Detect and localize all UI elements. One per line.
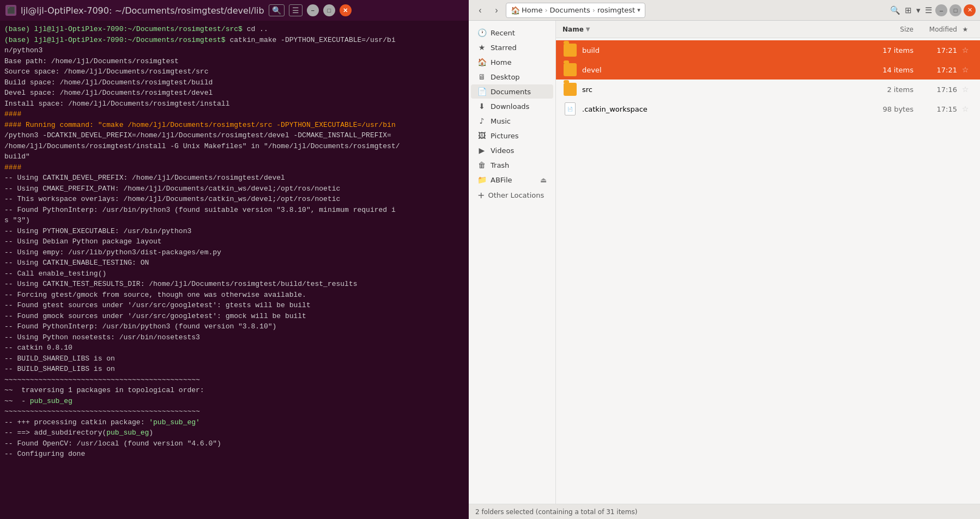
sidebar-item-home[interactable]: 🏠 Home [471,55,553,69]
fm-titlebar: ‹ › 🏠 Home › Documents › rosimgtest ▾ 🔍 … [469,0,980,21]
sidebar-icon-recent: 🕐 [477,28,486,37]
terminal-line: -- Found gmock sources under '/usr/src/g… [4,311,464,322]
terminal-close-button[interactable]: ✕ [340,4,352,16]
sidebar-icon-videos: ▶ [477,146,486,155]
sidebar-label-starred: Starred [491,44,517,52]
file-icon-wrapper [562,82,578,97]
abfile-eject-button[interactable]: ⏏ [540,176,547,184]
file-icon-wrapper [562,62,578,77]
sidebar-label-abfile: ABFile [491,176,512,184]
file-star-button[interactable]: ☆ [957,65,973,74]
fm-minimize-button[interactable]: – [935,4,947,16]
file-name: devel [582,66,864,74]
file-star-button[interactable]: ☆ [957,105,973,113]
breadcrumb-dropdown[interactable]: ▾ [637,7,640,14]
sidebar-label-pictures: Pictures [491,132,518,140]
sidebar-label-music: Music [491,117,511,125]
terminal-line: -- Configuring done [4,449,464,460]
sidebar-icon-desktop: 🖥 [477,72,486,81]
fm-statusbar: 2 folders selected (containing a total o… [469,504,980,519]
sidebar-item-abfile[interactable]: 📁 ABFile⏏ [471,173,553,187]
fm-forward-button[interactable]: › [489,3,504,17]
sidebar-item-documents[interactable]: 📄 Documents [471,84,553,99]
terminal-line: -- Using CATKIN_ENABLE_TESTING: ON [4,258,464,268]
sidebar-label-recent: Recent [491,29,515,37]
column-header-modified[interactable]: Modified [914,26,957,33]
table-row[interactable]: devel 14 items 17:21 ☆ [556,60,980,80]
terminal-search-button[interactable]: 🔍 [269,4,285,16]
sidebar-label-downloads: Downloads [491,102,529,111]
table-row[interactable]: 📄 .catkin_workspace 98 bytes 17:15 ☆ [556,99,980,119]
terminal-maximize-button[interactable]: □ [323,4,335,16]
terminal-title: ljl@ljl-OptiPlex-7090: ~/Documents/rosim… [21,5,264,16]
fm-main-area: 🕐 Recent★ Starred🏠 Home🖥 Desktop📄 Docume… [469,21,980,504]
file-name: build [582,46,864,54]
file-size: 17 items [864,46,914,54]
fm-close-button[interactable]: ✕ [964,4,976,16]
terminal-line: -- BUILD_SHARED_LIBS is on [4,353,464,364]
terminal-line: (base) ljl@ljl-OptiPlex-7090:~/Documents… [4,24,464,35]
file-star-button[interactable]: ☆ [957,46,973,54]
terminal-line: /home/ljl/Documents/rosimgtest/install -… [4,141,464,152]
terminal-line: -- Using CATKIN_TEST_RESULTS_DIR: /home/… [4,279,464,290]
terminal-menu-button[interactable]: ☰ [289,4,303,16]
table-row[interactable]: build 17 items 17:21 ☆ [556,40,980,60]
terminal-line: ~~~~~~~~~~~~~~~~~~~~~~~~~~~~~~~~~~~~~~~~… [4,375,464,386]
terminal-line: ~~ traversing 1 packages in topological … [4,385,464,396]
sidebar-icon-starred: ★ [477,43,486,52]
fm-window-controls: 🔍 ⊞ ▾ ☰ – □ ✕ [889,4,976,16]
fm-menu-button[interactable]: ☰ [924,4,933,16]
fm-back-button[interactable]: ‹ [473,3,487,17]
sidebar-item-videos[interactable]: ▶ Videos [471,143,553,157]
terminal-line: n/python3 [4,45,464,56]
terminal-line: -- This workspace overlays: /home/ljl/Do… [4,194,464,205]
file-icon-wrapper [562,42,578,58]
sidebar-icon-trash: 🗑 [477,161,486,169]
column-header-name[interactable]: Name ▼ [562,26,864,33]
terminal-line: -- Found PythonInterp: /usr/bin/python3 … [4,321,464,332]
sidebar-item-starred[interactable]: ★ Starred [471,40,553,54]
breadcrumb-home[interactable]: Home [522,6,542,14]
breadcrumb-documents[interactable]: Documents [550,6,590,14]
breadcrumb-rosimgtest[interactable]: rosimgtest [597,6,635,14]
sidebar-label-home: Home [491,58,511,66]
fm-view-toggle-button[interactable]: ⊞ [904,4,913,16]
fm-view-options-button[interactable]: ▾ [915,4,922,16]
terminal-line: ~~ - pub_sub_eg [4,396,464,407]
sidebar-item-recent[interactable]: 🕐 Recent [471,26,553,40]
terminal-minimize-button[interactable]: – [307,4,319,16]
breadcrumb-sep-2: › [592,6,595,14]
file-modified: 17:21 [914,66,957,74]
column-header-size[interactable]: Size [864,26,914,33]
sidebar-item-music[interactable]: ♪ Music [471,114,553,128]
file-icon-wrapper: 📄 [562,101,578,117]
sidebar-item-trash[interactable]: 🗑 Trash [471,158,553,172]
column-header-star: ★ [957,26,973,33]
other-locations-label: Other Locations [488,191,544,199]
terminal-body[interactable]: (base) ljl@ljl-OptiPlex-7090:~/Documents… [0,21,469,519]
terminal-line: -- Found OpenCV: /usr/local (found versi… [4,438,464,449]
fm-status-text: 2 folders selected (containing a total o… [475,508,637,516]
terminal-line: /python3 -DCATKIN_DEVEL_PREFIX=/home/ljl… [4,130,464,141]
folder-icon [564,63,577,76]
file-size: 14 items [864,66,914,74]
sidebar-item-pictures[interactable]: 🖼 Pictures [471,129,553,143]
breadcrumb-sep-1: › [545,6,547,14]
filemanager-window: ‹ › 🏠 Home › Documents › rosimgtest ▾ 🔍 … [469,0,980,519]
terminal-line: -- +++ processing catkin package: 'pub_s… [4,417,464,428]
terminal-line: -- Using Python nosetests: /usr/bin/nose… [4,332,464,343]
terminal-line: -- Found PythonInterp: /usr/bin/python3 … [4,205,464,216]
terminal-line: -- catkin 0.8.10 [4,343,464,353]
fm-search-button[interactable]: 🔍 [889,4,902,16]
table-row[interactable]: src 2 items 17:16 ☆ [556,80,980,99]
sort-arrow-icon: ▼ [586,26,590,32]
file-size: 2 items [864,86,914,94]
fm-maximize-button[interactable]: □ [949,4,961,16]
sidebar-item-downloads[interactable]: ⬇ Downloads [471,99,553,113]
sidebar-item-desktop[interactable]: 🖥 Desktop [471,70,553,84]
sidebar-icon-music: ♪ [477,117,486,125]
terminal-line: -- Using CMAKE_PREFIX_PATH: /home/ljl/Do… [4,184,464,194]
terminal-line: #### [4,162,464,173]
sidebar-other-locations[interactable]: + Other Locations [471,187,553,203]
file-star-button[interactable]: ☆ [957,85,973,94]
